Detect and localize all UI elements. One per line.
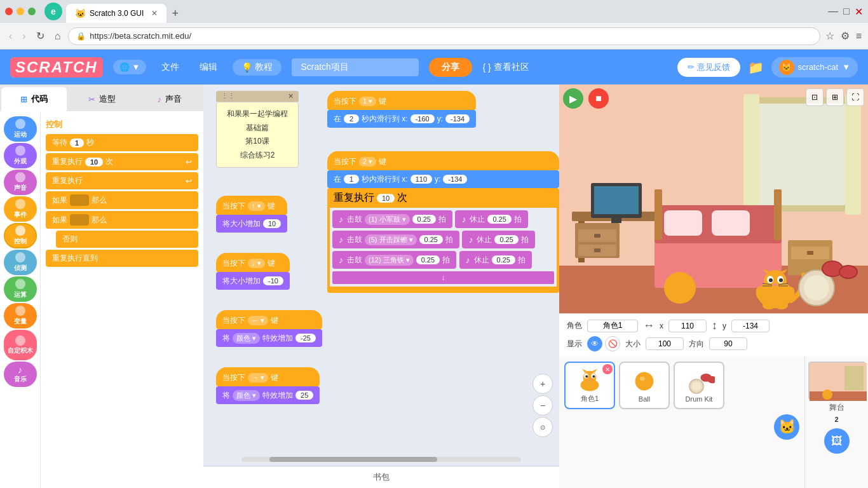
browser-minimize[interactable]: — — [828, 6, 838, 17]
file-menu[interactable]: 文件 — [156, 59, 184, 76]
script-canvas[interactable]: ⋮⋮ ✕ 和果果一起学编程 基础篇 第10课 综合练习2 当按下 ↑ ▾ — [203, 85, 559, 466]
if-else-block[interactable]: 如果 那么 — [46, 211, 198, 229]
feedback-button[interactable]: ✏ 意见反馈 — [677, 58, 740, 77]
cat-music[interactable]: ♪ 音乐 — [4, 362, 37, 387]
note-close-btn[interactable]: ✕ — [288, 92, 294, 100]
menu-icon[interactable]: ≡ — [856, 30, 862, 42]
win-max-btn[interactable] — [28, 8, 36, 15]
back-button[interactable]: ‹ — [6, 28, 15, 44]
effect-left-dropdown[interactable]: 颜色 ▾ — [233, 333, 260, 344]
tab-close-btn[interactable]: ✕ — [151, 9, 158, 18]
win-close-btn[interactable] — [5, 8, 13, 15]
rest-beats-3[interactable]: 0.25 — [492, 255, 515, 264]
key-up-dropdown[interactable]: ↑ ▾ — [248, 201, 265, 211]
drum-beats-3[interactable]: 0.25 — [416, 255, 440, 264]
key-right-dropdown[interactable]: → ▾ — [248, 373, 268, 383]
extensions-icon[interactable]: ⚙ — [841, 30, 850, 42]
sprite-item-drumkit[interactable]: Drum Kit — [674, 362, 724, 409]
edit-menu[interactable]: 编辑 — [194, 59, 222, 76]
cat-events[interactable]: 事件 — [4, 196, 37, 222]
repeat-until-block[interactable]: 重复执行直到 — [46, 250, 198, 267]
stage-thumbnail[interactable] — [808, 362, 865, 400]
event-left-key-hat[interactable]: 当按下 ← ▾ 键 — [216, 310, 322, 329]
drum-beats-1[interactable]: 0.25 — [412, 215, 436, 224]
drum-num-dropdown-1[interactable]: (1) 小军鼓 ▾ — [365, 214, 410, 225]
drum-num-dropdown-3[interactable]: (12) 三角铁 ▾ — [365, 255, 414, 266]
small-stage-btn[interactable]: ⊡ — [806, 88, 824, 106]
browser-close[interactable]: ✕ — [855, 6, 863, 18]
rest-beats-2[interactable]: 0.25 — [494, 235, 518, 244]
rest-block-2[interactable]: ♪ 休止 0.25 拍 — [462, 231, 534, 248]
drum-block-3[interactable]: ♪ 击鼓 (12) 三角铁 ▾ 0.25 拍 — [332, 251, 456, 269]
rest-block-3[interactable]: ♪ 休止 0.25 拍 — [459, 251, 532, 269]
event-up-key-hat[interactable]: 当按下 ↑ ▾ 键 — [216, 196, 287, 215]
active-tab[interactable]: 🐱 Scratch 3.0 GUI ✕ — [66, 4, 166, 23]
key-left-dropdown[interactable]: ← ▾ — [248, 316, 268, 325]
effect-right-dropdown[interactable]: 颜色 ▾ — [233, 390, 260, 401]
glide-key2-block[interactable]: 在 1 秒内滑行到 x: 110 y: -134 — [327, 170, 559, 188]
else-block[interactable]: 否则 — [56, 231, 198, 248]
normal-stage-btn[interactable]: ⊞ — [826, 88, 844, 106]
show-btn[interactable]: 👁 — [587, 336, 602, 351]
direction-input[interactable] — [709, 337, 747, 350]
cat-variables[interactable]: 变量 — [4, 303, 37, 329]
glide-y-value[interactable]: -134 — [445, 114, 470, 123]
forward-button[interactable]: › — [20, 28, 28, 44]
folder-button[interactable]: 📁 — [748, 60, 764, 75]
cat-looks[interactable]: 外观 — [4, 143, 37, 168]
cat-motion[interactable]: 运动 — [4, 116, 37, 142]
horizontal-scrollbar-thumb[interactable] — [269, 457, 437, 462]
event-down-key-hat[interactable]: 当按下 ↓ ▾ 键 — [216, 253, 290, 272]
stop-button[interactable]: ■ — [588, 88, 609, 109]
glide2-x-value[interactable]: 110 — [410, 175, 432, 184]
project-name-input[interactable] — [292, 58, 419, 76]
event-right-key-hat[interactable]: 当按下 → ▾ 键 — [216, 367, 320, 386]
key2-dropdown[interactable]: 2 ▾ — [359, 157, 376, 166]
share-button[interactable]: 分享 — [429, 58, 472, 77]
home-button[interactable]: ⌂ — [52, 28, 64, 44]
zoom-in-button[interactable]: + — [532, 374, 553, 394]
tutorial-button[interactable]: 💡 教程 — [233, 59, 281, 76]
rest-block-1[interactable]: ♪ 休止 0.25 拍 — [455, 210, 527, 228]
hide-btn[interactable]: 🚫 — [605, 336, 620, 351]
sprite-delete-cat[interactable]: ✕ — [602, 364, 613, 374]
user-menu[interactable]: 🐱 scratch-cat ▼ — [771, 57, 858, 78]
key1-dropdown[interactable]: 1 ▾ — [359, 97, 376, 106]
sprite-item-ball[interactable]: Ball — [619, 362, 670, 409]
reload-button[interactable]: ↻ — [34, 27, 47, 44]
drum-block-1[interactable]: ♪ 击鼓 (1) 小军鼓 ▾ 0.25 拍 — [332, 210, 452, 228]
cat-sensing[interactable]: 侦测 — [4, 250, 37, 275]
fullscreen-btn[interactable]: ⛶ — [846, 88, 864, 106]
event-key2-hat[interactable]: 当按下 2 ▾ 键 — [327, 151, 559, 170]
tab-costumes[interactable]: ✂ 造型 — [69, 87, 135, 111]
browser-restore[interactable]: □ — [843, 6, 850, 17]
wait-block[interactable]: 等待 1 秒 — [46, 134, 198, 151]
tab-sounds[interactable]: ♪ 声音 — [137, 87, 202, 111]
change-size-up-block[interactable]: 将大小增加 10 — [216, 215, 287, 233]
if-block[interactable]: 如果 那么 — [46, 191, 198, 209]
repeat-music-header[interactable]: 重复执行 10 次 — [327, 188, 559, 208]
event-key1-hat[interactable]: 当按下 1 ▾ 键 — [327, 91, 476, 110]
green-flag-button[interactable]: ▶ — [563, 88, 583, 109]
glide-key1-block[interactable]: 在 2 秒内滑行到 x: -160 y: -134 — [327, 110, 476, 128]
cat-myblocks[interactable]: 自定积木 — [4, 330, 37, 360]
repeat-music-count[interactable]: 10 — [377, 194, 395, 203]
win-min-btn[interactable] — [17, 8, 24, 15]
y-input[interactable] — [731, 320, 770, 332]
cat-operators[interactable]: 运算 — [4, 276, 37, 302]
drum-beats-2[interactable]: 0.25 — [419, 235, 443, 244]
bookmarks-icon[interactable]: ☆ — [825, 30, 834, 42]
cat-control[interactable]: 控制 — [4, 223, 37, 248]
change-color-left-block[interactable]: 将 颜色 ▾ 特效增加 -25 — [216, 329, 322, 347]
community-button[interactable]: { } 查看社区 — [482, 62, 529, 73]
tab-code[interactable]: ⊞ 代码 — [1, 87, 67, 111]
new-tab-button[interactable]: + — [166, 4, 184, 23]
language-button[interactable]: 🌐 ▼ — [113, 60, 147, 74]
address-bar[interactable]: 🔒 https://beta.scratch.mit.edu/ — [68, 27, 820, 45]
drum-num-dropdown-2[interactable]: (5) 开击踩镲 ▾ — [365, 234, 417, 245]
forever-block[interactable]: 重复执行 ↩ — [46, 172, 198, 189]
change-size-down-block[interactable]: 将大小增加 -10 — [216, 272, 290, 290]
zoom-out-button[interactable]: − — [532, 395, 553, 416]
center-view-button[interactable]: ⊙ — [532, 417, 553, 437]
repeat-block[interactable]: 重复执行 10 次 ↩ — [46, 153, 198, 170]
